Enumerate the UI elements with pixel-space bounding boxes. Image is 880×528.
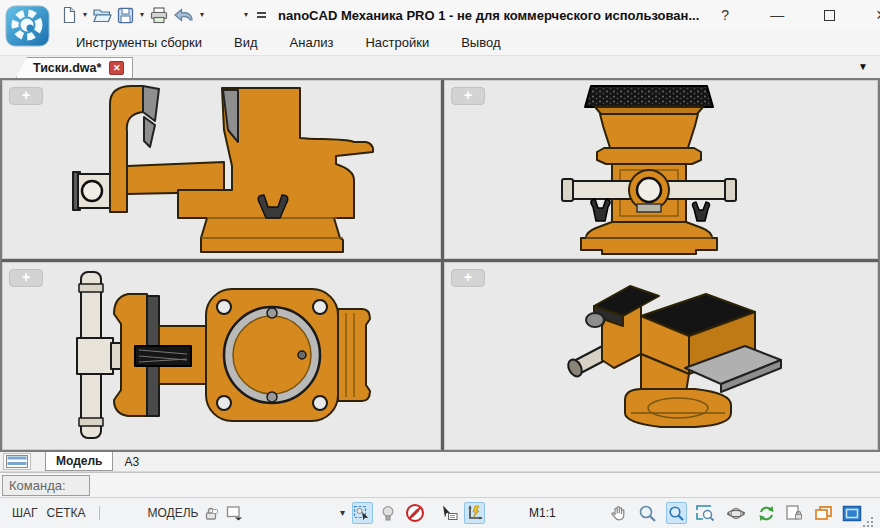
window-controls: ? — ✕ <box>699 0 880 30</box>
drawing-disabled-icon <box>405 503 425 523</box>
viewport-side-view[interactable]: + <box>2 80 441 259</box>
menu-output[interactable]: Вывод <box>445 30 516 55</box>
zoom-button[interactable] <box>637 502 658 524</box>
viewport-controls-button[interactable]: + <box>9 87 43 105</box>
lock-viewport-button[interactable] <box>200 502 221 524</box>
undo-caret-icon[interactable]: ▾ <box>197 3 207 27</box>
new-file-button[interactable] <box>58 3 80 27</box>
title-bar: ▾ ▾ ▾ <box>0 0 880 30</box>
tab-list-dropdown-icon[interactable]: ▼ <box>858 56 868 78</box>
minimize-button[interactable]: — <box>751 0 803 30</box>
fullscreen-button[interactable] <box>842 502 863 524</box>
help-button[interactable]: ? <box>699 0 751 30</box>
menu-view[interactable]: Вид <box>218 30 274 55</box>
maximize-icon <box>824 10 835 21</box>
model-space-toggle[interactable]: МОДЕЛЬ <box>147 506 198 520</box>
cursor-menu-icon <box>440 504 459 522</box>
grid-toggle[interactable]: СЕТКА <box>47 506 86 520</box>
vise-side-view-drawing <box>2 80 441 259</box>
open-folder-icon <box>92 6 112 24</box>
dynamic-ucs-button[interactable] <box>464 502 485 524</box>
selection-mode-caret-icon[interactable]: ▾ <box>337 501 348 525</box>
open-file-button[interactable] <box>90 3 114 27</box>
lighting-button[interactable] <box>378 502 399 524</box>
undo-arrow-icon <box>173 6 195 24</box>
printer-icon <box>149 6 169 25</box>
display-mode-button[interactable] <box>224 502 245 524</box>
viewport-controls-button[interactable]: + <box>9 269 43 287</box>
menu-analysis[interactable]: Анализ <box>274 30 350 55</box>
save-floppy-icon <box>116 6 135 25</box>
sheet-tab-model[interactable]: Модель <box>45 452 113 471</box>
document-tab-bar: Тиски.dwa* ✕ ▼ <box>0 56 880 78</box>
magnifier-icon <box>638 504 657 523</box>
display-dropdown-icon <box>226 505 244 521</box>
orbit-button[interactable] <box>726 502 747 524</box>
viewport-lock-button[interactable] <box>784 502 805 524</box>
restore-windows-button[interactable] <box>813 502 834 524</box>
command-line[interactable]: Команда: <box>0 472 880 497</box>
vise-isometric-view-drawing <box>444 262 878 450</box>
sheet-tab-a3[interactable]: А3 <box>113 452 150 471</box>
axes-lightning-icon <box>466 504 484 522</box>
regen-button[interactable] <box>756 502 777 524</box>
sheet-tab-bar: Модель А3 <box>0 452 880 472</box>
print-button[interactable] <box>147 3 171 27</box>
magnifier-active-icon <box>668 505 685 522</box>
quick-access-toolbar: ▾ ▾ ▾ <box>58 3 207 27</box>
menu-settings[interactable]: Настройки <box>349 30 445 55</box>
sheet-lock-icon <box>785 504 805 522</box>
zoom-realtime-button[interactable] <box>666 502 687 524</box>
menu-bar: Инструменты сборки Вид Анализ Настройки … <box>0 30 880 56</box>
lightbulb-icon <box>381 505 395 522</box>
selection-cycling-icon <box>353 504 371 522</box>
resize-grip[interactable] <box>863 516 874 528</box>
new-file-caret-icon[interactable]: ▾ <box>80 3 90 27</box>
window-title: nanoCAD Механика PRO 1 - не для коммерче… <box>278 8 699 23</box>
viewport-front-view[interactable]: + <box>444 80 878 259</box>
refresh-icon <box>757 504 776 523</box>
zoom-window-button[interactable] <box>695 502 716 524</box>
new-file-icon <box>60 6 78 24</box>
no-draw-mode-button[interactable] <box>405 502 426 524</box>
document-tab-label: Тиски.dwa* <box>33 61 101 75</box>
command-prompt[interactable]: Команда: <box>2 475 90 496</box>
vise-top-view-drawing <box>2 262 441 450</box>
zoom-window-icon <box>695 504 715 522</box>
nanocad-logo-icon <box>5 5 50 47</box>
lock-icon <box>203 505 219 521</box>
context-menu-mode-button[interactable] <box>439 502 460 524</box>
viewport-isometric-view[interactable]: + <box>444 262 878 450</box>
sheet-list-button[interactable] <box>3 453 31 470</box>
pan-hand-icon <box>609 504 628 523</box>
window-restore-icon <box>814 505 833 522</box>
maximize-button[interactable] <box>803 0 855 30</box>
orbit-icon <box>726 504 746 523</box>
viewport-top-view[interactable]: + <box>2 262 441 450</box>
menu-assembly-tools[interactable]: Инструменты сборки <box>60 30 218 55</box>
viewport-controls-button[interactable]: + <box>451 87 485 105</box>
pan-button[interactable] <box>608 502 629 524</box>
save-caret-icon[interactable]: ▾ <box>137 3 147 27</box>
fullscreen-icon <box>842 505 862 522</box>
statusbar-divider <box>99 506 100 520</box>
toolbar-customize[interactable]: ▾ <box>241 3 266 27</box>
selection-cycling-button[interactable] <box>352 502 373 524</box>
close-button[interactable]: ✕ <box>855 0 880 30</box>
vise-front-view-drawing <box>444 80 878 259</box>
viewport-controls-button[interactable]: + <box>451 269 485 287</box>
document-tab-close-icon[interactable]: ✕ <box>109 61 124 75</box>
snap-toggle[interactable]: ШАГ <box>12 506 38 520</box>
sheet-list-icon <box>6 455 28 468</box>
scale-indicator[interactable]: М1:1 <box>529 506 556 520</box>
save-file-button[interactable] <box>114 3 137 27</box>
drawing-area: + + <box>0 78 880 452</box>
document-tab-active[interactable]: Тиски.dwa* ✕ <box>16 57 133 78</box>
toolbar-customize-icon <box>257 10 266 20</box>
undo-button[interactable] <box>171 3 197 27</box>
status-bar: ШАГ СЕТКА МОДЕЛЬ ▾ <box>0 497 880 528</box>
toolbar-overflow-caret-icon[interactable]: ▾ <box>241 3 251 27</box>
